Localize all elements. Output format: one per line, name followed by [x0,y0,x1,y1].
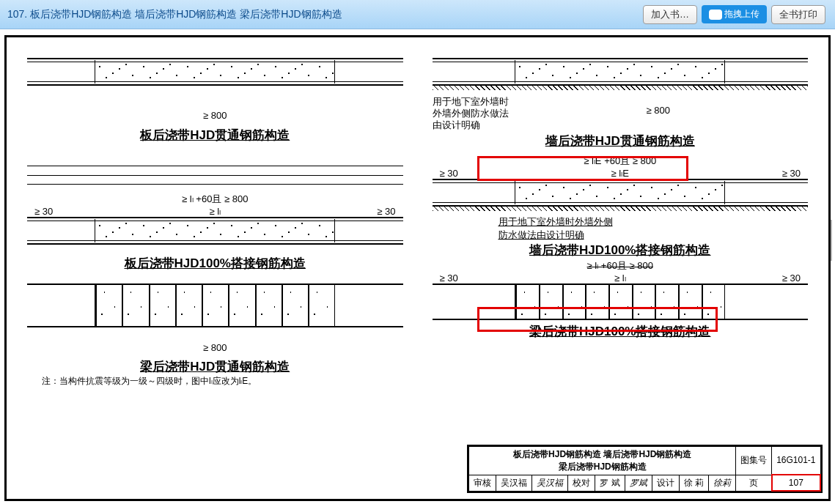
r-dim-ll: ≥ lₗ [614,273,626,284]
dim-ll: ≥ lₗ [209,206,221,217]
tb-atlas-val: 16G101-1 [772,446,820,475]
wall-title-1: 墙后浇带HJD贯通钢筋构造 [418,133,823,149]
r-dim-30b: ≥ 30 [782,168,801,179]
upload-label: 拖拽上传 [724,8,759,21]
tb-row1a: 板后浇带HJD钢筋构造 墙后浇带HJD钢筋构造 [474,448,731,461]
tb-罗斌sig: 罗斌 [625,475,652,491]
document-page: ≥ 800 板后浇带HJD贯通钢筋构造 ≥ lₗ +60且 ≥ 800 ≥ 30… [4,35,831,501]
tb-row1b: 梁后浇带HJD钢筋构造 [474,461,731,473]
page-title: 107. 板后浇带HJD钢筋构造 墙后浇带HJD钢筋构造 梁后浇带HJD钢筋构造 [7,8,641,21]
tb-页: 页 [736,475,772,491]
r-dim-30d: ≥ 30 [782,273,801,284]
rebar-line-1 [27,166,403,185]
dim-30b: ≥ 30 [377,206,395,217]
slab-title-2: 板后浇带HJD100%搭接钢筋构造 [12,255,418,272]
slab-beam-diagram-1 [27,58,403,86]
dim-30a: ≥ 30 [34,206,53,217]
note1a: 用于地下室外墙时 [433,96,509,108]
r-dim-30c: ≥ 30 [440,273,458,284]
highlight-box-2 [477,307,718,332]
title-block: 板后浇带HJD钢筋构造 墙后浇带HJD钢筋构造 梁后浇带HJD钢筋构造 图集号 … [467,445,823,494]
cloud-icon [709,10,722,20]
tb-徐莉: 徐 莉 [679,475,708,491]
tb-页val: 107 [772,475,820,491]
r-dim-800: ≥ 800 [647,105,670,116]
dim-800: ≥ 800 [203,110,227,121]
slab-beam-diagram-2 [27,217,403,245]
note1c: 由设计明确 [433,119,509,131]
r-dim-ll60800b: ≥ lₗ +60且 ≥ 800 [587,260,653,271]
footnote: 注：当构件抗震等级为一级～四级时，图中lₗ应改为lₗE。 [42,375,418,388]
waterproof-hatch-1 [433,86,809,90]
tb-校对: 校对 [568,475,595,491]
slab-title-1: 板后浇带HJD贯通钢筋构造 [12,127,418,144]
dim-ll60800: ≥ lₗ +60且 ≥ 800 [182,193,248,204]
wall-title-2: 墙后浇带HJD100%搭接钢筋构造 [418,242,823,259]
tb-审核: 审核 [469,475,496,491]
tb-atlas-label: 图集号 [736,446,772,475]
tb-吴汉福: 吴汉福 [496,475,532,491]
wall-beam-diagram-2 [433,179,809,207]
highlight-box-1 [477,156,688,181]
note2b: 防水做法由设计明确 [499,229,823,242]
beam-stirrup-diagram-1 [27,284,403,327]
print-all-button[interactable]: 全书打印 [771,5,825,24]
beam-title-1: 梁后浇带HJD贯通钢筋构造 [12,358,418,375]
tb-徐莉sig: 徐莉 [709,475,736,491]
add-bookmark-button[interactable]: 加入书… [643,5,697,24]
tb-罗斌: 罗 斌 [595,475,625,491]
r-dim-30a: ≥ 30 [440,168,458,179]
upload-button[interactable]: 拖拽上传 [702,5,767,23]
wall-beam-diagram-1 [433,58,809,86]
waterproof-hatch-2 [433,207,809,211]
note1b: 外墙外侧防水做法 [433,108,509,119]
tb-设计: 设计 [652,475,679,491]
tb-吴汉福sig: 吴汉福 [532,475,568,491]
note2a: 用于地下室外墙时外墙外侧 [499,215,823,229]
dim-800b: ≥ 800 [203,342,227,353]
